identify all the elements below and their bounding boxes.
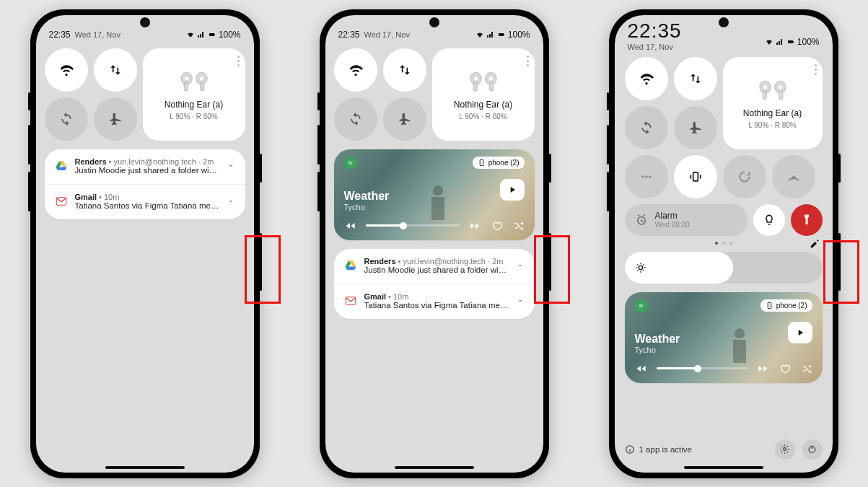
refresh-icon [737, 170, 752, 184]
svg-rect-5 [200, 82, 203, 91]
footer-row: 1 app is active [625, 439, 823, 460]
notification-item[interactable]: Gmail • 10m Tatiana Santos via Figma Tat… [45, 185, 245, 219]
nav-bar[interactable] [105, 466, 185, 469]
signal-icon [197, 30, 206, 39]
svg-rect-27 [793, 41, 794, 43]
power-button[interactable] [802, 439, 823, 460]
notification-item[interactable]: Gmail• 10m Tatiana Santos via Figma Tati… [334, 284, 535, 319]
svg-point-35 [645, 175, 647, 177]
shuffle-icon[interactable] [513, 220, 525, 232]
notification-item[interactable]: Renders • yuri.levin@nothing.tech · 2m J… [45, 149, 245, 185]
rotate-icon [348, 112, 363, 126]
data-swap-tile[interactable] [674, 57, 717, 100]
status-time: 22:35 [49, 30, 71, 40]
edit-icon[interactable] [810, 239, 820, 249]
airplane-tile[interactable] [674, 106, 717, 149]
notif-meta: • 10m [99, 193, 119, 201]
earbuds-batt: L 90% · R 80% [459, 113, 507, 120]
cast-chip[interactable]: phone (2) [473, 157, 525, 169]
svg-marker-24 [346, 266, 356, 270]
notification-item[interactable]: Renders• yuri.levin@nothing.tech · 2m Ju… [334, 249, 535, 284]
earbuds-icon [754, 76, 792, 105]
hotspot-icon [786, 170, 801, 184]
wifi-icon [186, 30, 195, 39]
phone-1: 22:35 Wed 17, Nov 100% [30, 9, 260, 478]
svg-point-40 [639, 266, 642, 269]
media-player-card[interactable]: phone (2) Weather Tycho [334, 149, 535, 240]
flashlight-tile[interactable] [791, 204, 823, 236]
chevron-down-icon[interactable] [227, 197, 235, 206]
status-icons: 100% [765, 37, 820, 47]
play-button[interactable] [788, 322, 812, 343]
autobrightness-tile[interactable] [753, 204, 785, 236]
earbuds-card[interactable]: Nothing Ear (a) L 90% · R 80% [143, 48, 245, 141]
wifi-tile[interactable] [625, 57, 668, 100]
airplane-tile[interactable] [383, 97, 426, 141]
media-player-card[interactable]: phone (2) Weather Tycho [625, 292, 823, 383]
power-icon [807, 444, 817, 455]
like-icon[interactable] [779, 363, 791, 374]
svg-point-44 [784, 448, 786, 451]
like-icon[interactable] [491, 220, 503, 232]
status-date: Wed 17, Nov [364, 30, 410, 39]
wifi-icon [475, 30, 484, 39]
svg-point-7 [199, 76, 203, 80]
svg-rect-17 [489, 82, 493, 91]
nav-bar[interactable] [395, 466, 474, 469]
refresh-tile[interactable] [723, 155, 766, 198]
battery-icon [208, 30, 216, 39]
wifi-icon [765, 38, 773, 46]
next-icon[interactable] [470, 220, 481, 232]
auto-rotate-tile[interactable] [334, 97, 377, 141]
vibrate-tile[interactable] [674, 155, 717, 198]
settings-button[interactable] [775, 439, 795, 460]
next-icon[interactable] [758, 363, 769, 374]
dots-icon [639, 170, 654, 184]
nav-bar[interactable] [684, 466, 763, 469]
battery-icon [786, 38, 795, 46]
data-swap-tile[interactable] [383, 48, 426, 92]
swap-icon [108, 63, 123, 77]
rotate-icon [59, 112, 74, 126]
earbuds-icon [465, 68, 502, 97]
swap-icon [688, 71, 703, 86]
svg-point-6 [185, 76, 188, 80]
data-swap-tile[interactable] [94, 48, 137, 92]
cast-chip[interactable]: phone (2) [760, 299, 812, 312]
play-icon [507, 185, 517, 195]
hotspot-tile[interactable] [772, 155, 815, 198]
earbuds-card[interactable]: Nothing Ear (a) L 90% · R 80% [723, 57, 823, 149]
wifi-tile[interactable] [45, 48, 88, 92]
prev-icon[interactable] [344, 220, 356, 232]
quick-settings-row: Nothing Ear (a) L 90% · R 80% [334, 48, 535, 141]
auto-rotate-tile[interactable] [625, 106, 668, 149]
info-icon [625, 444, 635, 455]
alarm-pill[interactable]: Alarm Wed 08:00 [625, 204, 748, 236]
notif-meta: • yuri.levin@nothing.tech · 2m [109, 157, 214, 166]
prev-icon[interactable] [635, 363, 646, 374]
active-apps-chip[interactable]: 1 app is active [625, 444, 768, 455]
airplane-tile[interactable] [94, 97, 137, 141]
shuffle-icon[interactable] [801, 363, 812, 374]
media-track[interactable] [366, 224, 460, 227]
chevron-down-icon[interactable] [227, 162, 235, 170]
svg-rect-37 [693, 172, 698, 181]
play-button[interactable] [500, 179, 525, 201]
svg-rect-15 [473, 82, 477, 91]
spotify-icon [344, 157, 357, 170]
wifi-tile[interactable] [334, 48, 377, 92]
alarm-icon [635, 214, 648, 227]
earbuds-card[interactable]: Nothing Ear (a) L 90% · R 80% [432, 48, 535, 141]
brightness-slider[interactable] [625, 252, 823, 284]
auto-rotate-tile[interactable] [45, 97, 88, 141]
bluetooth-tile[interactable] [625, 155, 668, 198]
svg-point-36 [649, 175, 651, 177]
svg-rect-3 [184, 82, 188, 91]
media-track[interactable] [657, 367, 748, 369]
phone-icon [478, 159, 486, 167]
gmail-icon [344, 294, 357, 307]
chevron-down-icon[interactable] [516, 297, 525, 305]
phone-2: 22:35 Wed 17, Nov 100% [320, 9, 549, 478]
notif-body: Justin Moodie just shared a folder with … [75, 166, 219, 175]
chevron-down-icon[interactable] [516, 261, 525, 270]
